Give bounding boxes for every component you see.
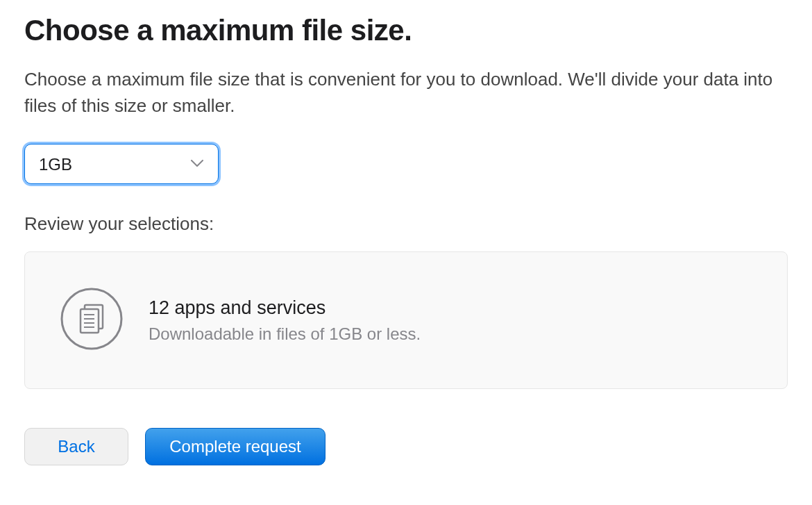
- review-text: 12 apps and services Downloadable in fil…: [149, 297, 421, 344]
- page-description: Choose a maximum file size that is conve…: [24, 67, 788, 119]
- review-title: 12 apps and services: [149, 297, 421, 319]
- documents-icon: [60, 287, 124, 354]
- review-subtitle: Downloadable in files of 1GB or less.: [149, 324, 421, 344]
- file-size-select[interactable]: 1GB: [24, 144, 219, 184]
- review-card: 12 apps and services Downloadable in fil…: [24, 251, 788, 389]
- review-label: Review your selections:: [24, 213, 788, 235]
- page-title: Choose a maximum file size.: [24, 14, 788, 47]
- svg-rect-2: [81, 309, 99, 333]
- complete-request-button[interactable]: Complete request: [145, 428, 325, 465]
- back-button[interactable]: Back: [24, 428, 128, 465]
- file-size-select-wrapper: 1GB: [24, 144, 219, 184]
- button-row: Back Complete request: [24, 428, 788, 465]
